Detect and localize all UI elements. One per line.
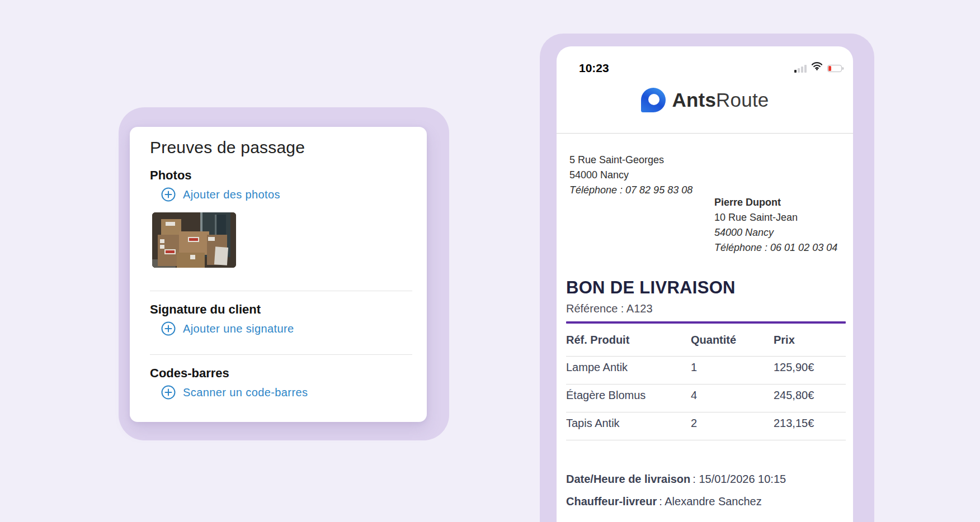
page-title: Preuves de passage [150,138,305,157]
add-signature-button[interactable]: Ajouter une signature [161,321,294,336]
scan-barcode-button[interactable]: Scanner un code-barres [161,385,308,400]
photos-section-heading: Photos [150,168,192,183]
header-divider [557,133,853,134]
cell-quantity: 2 [691,417,697,430]
antsroute-logo-text: AntsRoute [672,89,769,111]
col-header-product: Réf. Produit [566,334,629,347]
table-divider [566,356,846,357]
cell-quantity: 1 [691,361,697,374]
delivery-datetime-value: : 15/01/2026 10:15 [692,473,786,485]
sender-phone: Téléphone : 07 82 95 83 08 [569,183,692,198]
cell-quantity: 4 [691,389,697,402]
battery-low-icon [827,65,842,72]
col-header-quantity: Quantité [691,334,736,347]
col-header-price: Prix [774,334,795,347]
cell-price: 245,80€ [774,389,814,402]
recipient-address: Pierre Dupont 10 Rue Saint-Jean 54000 Na… [714,195,837,255]
add-signature-label: Ajouter une signature [183,322,294,335]
scan-barcode-label: Scanner un code-barres [183,386,308,399]
section-divider [150,354,412,355]
proof-panel: Preuves de passage Photos Ajouter des ph… [119,107,449,440]
driver-label: Chauffeur-livreur [566,495,657,507]
sender-street: 5 Rue Saint-Georges [569,153,692,168]
packages-photo-art [152,212,236,268]
antsroute-logo: AntsRoute [557,88,853,112]
plus-circle-icon [161,385,176,400]
section-divider [150,291,412,291]
recipient-street: 10 Rue Saint-Jean [714,210,837,225]
barcodes-section-heading: Codes-barres [150,366,229,381]
add-photos-button[interactable]: Ajouter des photos [161,187,280,202]
cell-price: 213,15€ [774,417,814,430]
status-bar-time: 10:23 [579,61,609,75]
delivery-datetime-line: Date/Heure de livraison: 15/01/2026 10:1… [566,473,786,486]
recipient-name: Pierre Dupont [714,195,837,210]
document-title: BON DE LIVRAISON [566,278,736,298]
phone-frame: 10:23 AntsRoute 5 Rue Saint-G [540,34,874,522]
cell-price: 125,90€ [774,361,814,374]
document-reference: Référence : A123 [566,302,653,315]
recipient-city: 54000 Nancy [714,225,837,240]
driver-value: : Alexandre Sanchez [659,495,761,507]
plus-circle-icon [161,321,176,336]
table-divider [566,440,846,440]
table-divider [566,384,846,385]
sender-city: 54000 Nancy [569,168,692,183]
page-background: { "colors": { "page_bg": "#f1eef9", "pan… [0,0,980,522]
table-row: Étagère Blomus 4 245,80€ [557,389,853,405]
accent-rule [566,321,846,324]
delivery-photo-thumbnail[interactable] [152,212,236,268]
signature-section-heading: Signature du client [150,302,261,317]
cell-product: Étagère Blomus [566,389,646,402]
cellular-signal-icon [794,64,807,73]
table-row: Tapis Antik 2 213,15€ [557,417,853,433]
table-row: Lampe Antik 1 125,90€ [557,361,853,377]
delivery-datetime-label: Date/Heure de livraison [566,473,690,485]
cell-product: Lampe Antik [566,361,628,374]
sender-address: 5 Rue Saint-Georges 54000 Nancy Téléphon… [569,153,692,198]
driver-line: Chauffeur-livreur: Alexandre Sanchez [566,495,762,508]
table-divider [566,412,846,412]
status-bar-icons [794,64,842,73]
table-header-row: Réf. Produit Quantité Prix [557,334,853,349]
cell-product: Tapis Antik [566,417,620,430]
phone-screen: 10:23 AntsRoute 5 Rue Saint-G [557,46,853,522]
antsroute-logo-icon [641,88,666,112]
proof-card: Preuves de passage Photos Ajouter des ph… [130,127,427,422]
add-photos-label: Ajouter des photos [183,188,280,201]
wifi-icon [811,61,823,73]
plus-circle-icon [161,187,176,202]
recipient-phone: Téléphone : 06 01 02 03 04 [714,240,837,255]
